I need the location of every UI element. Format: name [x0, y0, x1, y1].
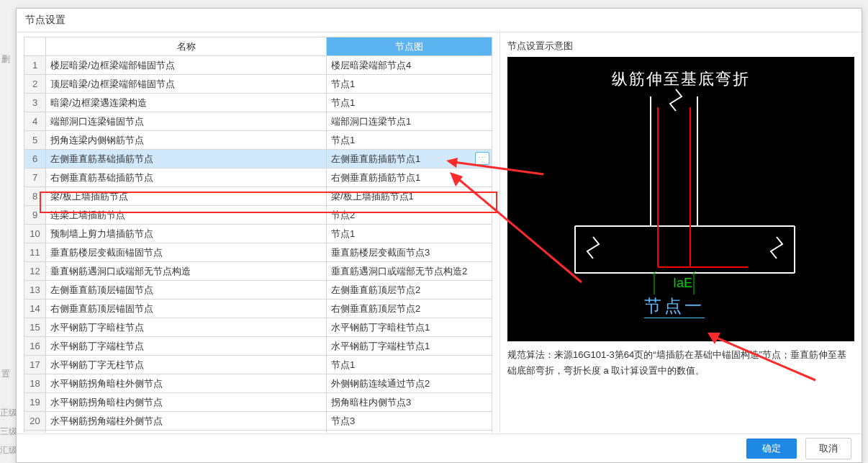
more-button[interactable]: ⋯	[475, 152, 489, 165]
col-header-name[interactable]: 名称	[46, 37, 327, 56]
bg-frag: 正级	[0, 407, 17, 419]
row-index: 1	[24, 56, 46, 75]
table-row[interactable]: 16水平钢筋丁字端柱节点水平钢筋丁字端柱节点1	[24, 337, 492, 356]
row-name[interactable]: 水平钢筋拐角端柱外侧节点	[46, 412, 327, 431]
row-name[interactable]: 拐角连梁内侧钢筋节点	[46, 131, 327, 150]
row-name[interactable]: 水平钢筋拐角暗柱内侧节点	[46, 393, 327, 412]
row-name[interactable]: 连梁上墙插筋节点	[46, 206, 327, 225]
row-index: 2	[24, 75, 46, 94]
row-name[interactable]: 暗梁/边框梁遇连梁构造	[46, 94, 327, 112]
row-img[interactable]: 外侧钢筋连续通过节点2	[327, 374, 492, 393]
row-name[interactable]: 左侧垂直筋基础插筋节点	[46, 150, 327, 168]
table-row[interactable]: 9连梁上墙插筋节点节点2	[24, 206, 492, 225]
row-name[interactable]: 右侧垂直筋顶层锚固节点	[46, 300, 327, 318]
row-img[interactable]: 节点2	[327, 206, 492, 225]
table-row[interactable]: 6左侧垂直筋基础插筋节点左侧垂直筋插筋节点1⋯	[24, 150, 492, 168]
cancel-button[interactable]: 取消	[805, 438, 851, 459]
row-img[interactable]: 左侧垂直筋顶层节点2	[327, 281, 492, 300]
table-row[interactable]: 12垂直钢筋遇洞口或端部无节点构造垂直筋遇洞口或端部无节点构造2	[24, 262, 492, 281]
row-img[interactable]: 节点1	[327, 75, 492, 94]
row-img[interactable]: 节点3	[327, 412, 492, 431]
row-index: 10	[24, 225, 46, 243]
ok-button[interactable]: 确定	[746, 439, 797, 459]
row-img[interactable]: 节点1	[327, 356, 492, 374]
table-row[interactable]: 5拐角连梁内侧钢筋节点节点1	[24, 131, 492, 150]
row-img[interactable]: 右侧垂直筋顶层节点2	[327, 300, 492, 318]
row-name[interactable]: 垂直筋楼层变截面锚固节点	[46, 243, 327, 262]
row-index: 11	[24, 243, 46, 262]
diagram-top-text: 纵筋伸至基底弯折	[507, 68, 854, 90]
row-name[interactable]: 右侧垂直筋基础插筋节点	[46, 168, 327, 187]
dialog-body: 名称 节点图 1楼层暗梁/边框梁端部锚固节点楼层暗梁端部节点42顶层暗梁/边框梁…	[17, 32, 862, 433]
row-img[interactable]: 垂直筋楼层变截面节点3	[327, 243, 492, 262]
col-header-index	[24, 37, 46, 56]
table-row[interactable]: 17水平钢筋丁字无柱节点节点1	[24, 356, 492, 374]
row-name[interactable]: 水平钢筋拐角端柱内侧节点	[46, 431, 327, 433]
row-index: 9	[24, 206, 46, 225]
row-index: 6	[24, 150, 46, 168]
table-row[interactable]: 1楼层暗梁/边框梁端部锚固节点楼层暗梁端部节点4	[24, 56, 492, 75]
row-name[interactable]: 水平钢筋拐角暗柱外侧节点	[46, 374, 327, 393]
table-row[interactable]: 20水平钢筋拐角端柱外侧节点节点3	[24, 412, 492, 431]
row-index: 14	[24, 300, 46, 318]
table-row[interactable]: 4端部洞口连梁锚固节点端部洞口连梁节点1	[24, 112, 492, 131]
row-img[interactable]: 端部洞口连梁节点1	[327, 112, 492, 131]
row-index: 18	[24, 374, 46, 393]
row-img[interactable]: 拐角暗柱内侧节点3	[327, 393, 492, 412]
row-name[interactable]: 顶层暗梁/边框梁端部锚固节点	[46, 75, 327, 94]
row-name[interactable]: 梁/板上墙插筋节点	[46, 187, 327, 206]
row-index: 8	[24, 187, 46, 206]
diagram-description: 规范算法：来源16G101-3第64页的“墙插筋在基础中锚固构造”节点；垂直筋伸…	[507, 347, 854, 379]
row-img[interactable]: 右侧垂直筋插筋节点1	[327, 168, 492, 187]
row-index: 20	[24, 412, 46, 431]
row-name[interactable]: 预制墙上剪力墙插筋节点	[46, 225, 327, 243]
row-img[interactable]: 左侧垂直筋插筋节点1⋯	[327, 150, 492, 168]
row-index: 7	[24, 168, 46, 187]
row-index: 5	[24, 131, 46, 150]
table-row[interactable]: 8梁/板上墙插筋节点梁/板上墙插筋节点1	[24, 187, 492, 206]
bg-frag: 置	[1, 368, 10, 380]
table-row[interactable]: 19水平钢筋拐角暗柱内侧节点拐角暗柱内侧节点3	[24, 393, 492, 412]
table-row[interactable]: 21水平钢筋拐角端柱内侧节点水平钢筋拐角端柱内侧节点1	[24, 431, 492, 433]
table-row[interactable]: 18水平钢筋拐角暗柱外侧节点外侧钢筋连续通过节点2	[24, 374, 492, 393]
row-index: 15	[24, 318, 46, 337]
row-name[interactable]: 水平钢筋丁字暗柱节点	[46, 318, 327, 337]
row-img[interactable]: 节点1	[327, 225, 492, 243]
row-index: 16	[24, 337, 46, 356]
row-index: 13	[24, 281, 46, 300]
node-settings-dialog: 节点设置 名称 节点图 1楼层暗梁/边框梁端部锚固节点楼层暗梁端部节点42顶层暗…	[16, 8, 862, 463]
dialog-title: 节点设置	[17, 9, 862, 32]
row-img[interactable]: 水平钢筋拐角端柱内侧节点1	[327, 431, 492, 433]
row-index: 19	[24, 393, 46, 412]
table-row[interactable]: 7右侧垂直筋基础插筋节点右侧垂直筋插筋节点1	[24, 168, 492, 187]
row-name[interactable]: 水平钢筋丁字端柱节点	[46, 337, 327, 356]
table-row[interactable]: 3暗梁/边框梁遇连梁构造节点1	[24, 94, 492, 112]
table-row[interactable]: 13左侧垂直筋顶层锚固节点左侧垂直筋顶层节点2	[24, 281, 492, 300]
row-name[interactable]: 端部洞口连梁锚固节点	[46, 112, 327, 131]
row-img[interactable]: 楼层暗梁端部节点4	[327, 56, 492, 75]
diagram-node-label[interactable]: 节点一	[644, 295, 705, 318]
row-name[interactable]: 垂直钢筋遇洞口或端部无节点构造	[46, 262, 327, 281]
bg-frag: 删	[1, 53, 10, 66]
table-row[interactable]: 11垂直筋楼层变截面锚固节点垂直筋楼层变截面节点3	[24, 243, 492, 262]
table-row[interactable]: 10预制墙上剪力墙插筋节点节点1	[24, 225, 492, 243]
row-img[interactable]: 梁/板上墙插筋节点1	[327, 187, 492, 206]
row-name[interactable]: 左侧垂直筋顶层锚固节点	[46, 281, 327, 300]
diagram-canvas: 纵筋伸至基底弯折	[507, 57, 854, 341]
row-name[interactable]: 楼层暗梁/边框梁端部锚固节点	[46, 56, 327, 75]
row-index: 21	[24, 431, 46, 433]
row-img[interactable]: 水平钢筋丁字端柱节点1	[327, 337, 492, 356]
diagram-title: 节点设置示意图	[507, 40, 854, 53]
bg-frag: 三级	[0, 426, 17, 438]
table-row[interactable]: 2顶层暗梁/边框梁端部锚固节点节点1	[24, 75, 492, 94]
row-img[interactable]: 水平钢筋丁字暗柱节点1	[327, 318, 492, 337]
table-row[interactable]: 14右侧垂直筋顶层锚固节点右侧垂直筋顶层节点2	[24, 300, 492, 318]
row-name[interactable]: 水平钢筋丁字无柱节点	[46, 356, 327, 374]
row-img[interactable]: 垂直筋遇洞口或端部无节点构造2	[327, 262, 492, 281]
row-img[interactable]: 节点1	[327, 94, 492, 112]
row-index: 3	[24, 94, 46, 112]
nodes-table: 名称 节点图 1楼层暗梁/边框梁端部锚固节点楼层暗梁端部节点42顶层暗梁/边框梁…	[24, 37, 492, 433]
table-row[interactable]: 15水平钢筋丁字暗柱节点水平钢筋丁字暗柱节点1	[24, 318, 492, 337]
col-header-img[interactable]: 节点图	[327, 37, 492, 56]
row-img[interactable]: 节点1	[327, 131, 492, 150]
